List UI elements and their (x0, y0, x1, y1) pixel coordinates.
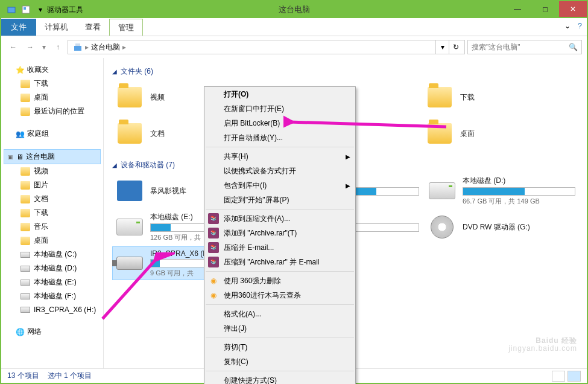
maximize-button[interactable]: ◻ (531, 1, 559, 17)
breadcrumb[interactable]: 这台电脑 (89, 42, 122, 53)
status-items: 13 个项目 (7, 371, 39, 381)
sidebar-item[interactable]: 视频 (4, 164, 101, 178)
folder-tile[interactable]: 桌面 (422, 117, 576, 150)
sidebar-favorites[interactable]: ⭐ 收藏夹 (4, 63, 101, 77)
forward-button[interactable]: → (23, 40, 37, 54)
tab-computer[interactable]: 计算机 (36, 19, 77, 36)
address-bar[interactable]: ▸ 这台电脑 ▸ ▾ ↻ (68, 40, 465, 54)
sidebar-item[interactable]: 本地磁盘 (C:) (4, 248, 101, 261)
menu-item[interactable]: 启用 BitLocker(B) (204, 116, 355, 130)
360-icon: ◉ (208, 275, 219, 286)
folder-tile[interactable]: 下载 (422, 80, 576, 114)
svg-rect-2 (24, 7, 26, 10)
ribbon-tabs: 文件 计算机 查看 管理 ⌄ ? (1, 18, 587, 36)
sidebar-item[interactable]: 文档 (4, 192, 101, 206)
sidebar-item[interactable]: 桌面 (4, 91, 101, 104)
tab-view[interactable]: 查看 (77, 19, 109, 36)
status-selected: 选中 1 个项目 (48, 371, 92, 381)
qat-dropdown-icon[interactable]: ▾ (34, 3, 47, 16)
menu-item[interactable]: 弹出(J) (204, 321, 355, 336)
rar-icon: 📚 (208, 213, 219, 224)
menu-item[interactable]: 📚压缩到 "Archive.rar" 并 E-mail (204, 255, 355, 269)
menu-item[interactable]: 打开自动播放(Y)... (204, 130, 355, 145)
ribbon-context-label: 驱动器工具 (47, 5, 83, 15)
address-dropdown-icon[interactable]: ▾ (435, 40, 449, 54)
sidebar: ⭐ 收藏夹 下载桌面最近访问的位置 👥 家庭组 ▣🖥 这台电脑 视频图片文档下载… (1, 58, 104, 368)
sidebar-homegroup[interactable]: 👥 家庭组 (4, 127, 101, 141)
360-icon: ◉ (208, 290, 219, 301)
sidebar-item[interactable]: 最近访问的位置 (4, 104, 101, 118)
sidebar-item[interactable]: 下载 (4, 77, 101, 91)
submenu-arrow-icon: ▶ (346, 182, 350, 189)
rar-icon: 📚 (208, 257, 219, 267)
rar-icon: 📚 (208, 228, 219, 238)
tab-manage[interactable]: 管理 (109, 19, 143, 36)
sidebar-item[interactable]: 本地磁盘 (F:) (4, 289, 101, 303)
sidebar-item[interactable]: 音乐 (4, 220, 101, 234)
menu-item[interactable]: 复制(C) (204, 354, 355, 369)
menu-item[interactable]: 📚添加到压缩文件(A)... (204, 211, 355, 226)
menu-item[interactable]: 共享(H)▶ (204, 149, 355, 164)
svg-rect-4 (75, 43, 80, 46)
menu-item[interactable]: 剪切(T) (204, 340, 355, 354)
sidebar-item[interactable]: 下载 (4, 206, 101, 220)
nav-row: ← → ▾ ↑ ▸ 这台电脑 ▸ ▾ ↻ 🔍 (1, 36, 587, 58)
qat-icon[interactable] (5, 3, 18, 16)
drive-tile[interactable]: 本地磁盘 (D:)66.7 GB 可用，共 149 GB (425, 174, 578, 208)
sidebar-item[interactable]: 桌面 (4, 234, 101, 248)
view-tiles-button[interactable] (567, 371, 581, 382)
menu-item[interactable]: 📚压缩并 E-mail... (204, 240, 355, 255)
sidebar-item[interactable]: 本地磁盘 (E:) (4, 275, 101, 289)
menu-item[interactable]: 包含到库中(I)▶ (204, 178, 355, 193)
help-icon[interactable]: ? (578, 22, 582, 30)
minimize-button[interactable]: — (504, 1, 531, 17)
watermark: Baidu 经验 jingyan.baidu.com (508, 337, 577, 353)
sidebar-item[interactable]: 图片 (4, 178, 101, 192)
svg-rect-3 (74, 46, 81, 51)
svg-rect-0 (8, 7, 15, 13)
search-input[interactable] (472, 43, 566, 51)
sidebar-network[interactable]: 🌐 网络 (4, 325, 101, 339)
menu-item[interactable]: 以便携式设备方式打开 (204, 164, 355, 178)
history-dropdown[interactable]: ▾ (40, 40, 48, 54)
close-button[interactable]: ✕ (559, 1, 587, 17)
window-title: 这台电脑 (279, 4, 310, 15)
titlebar: ▾ 驱动器工具 这台电脑 — ◻ ✕ (1, 1, 587, 18)
menu-item[interactable]: 在新窗口中打开(E) (204, 101, 355, 116)
section-folders[interactable]: ◢文件夹 (6) (112, 63, 578, 80)
sidebar-item[interactable]: IR3_CPRA_X6 (H:) (4, 303, 101, 316)
refresh-button[interactable]: ↻ (449, 40, 462, 54)
search-icon: 🔍 (569, 43, 578, 51)
qat-properties[interactable] (19, 3, 33, 16)
search-box[interactable]: 🔍 (467, 40, 582, 54)
view-details-button[interactable] (552, 371, 565, 382)
menu-item[interactable]: 创建快捷方式(S) (204, 373, 355, 384)
tab-file[interactable]: 文件 (1, 19, 36, 36)
sidebar-thispc[interactable]: ▣🖥 这台电脑 (4, 149, 101, 164)
drive-tile[interactable]: DVD RW 驱动器 (G:) (425, 210, 578, 244)
menu-item[interactable]: 打开(O) (204, 87, 355, 101)
sidebar-item[interactable]: 本地磁盘 (D:) (4, 261, 101, 275)
ribbon-expand-icon[interactable]: ⌄ (564, 22, 571, 30)
menu-item[interactable]: ◉使用360进行木马云查杀 (204, 288, 355, 302)
rar-icon: 📚 (208, 242, 219, 253)
menu-item[interactable]: 📚添加到 "Archive.rar"(T) (204, 226, 355, 240)
menu-item[interactable]: 固定到"开始"屏幕(P) (204, 193, 355, 207)
up-button[interactable]: ↑ (51, 40, 65, 54)
menu-item[interactable]: ◉使用 360强力删除 (204, 274, 355, 288)
back-button[interactable]: ← (6, 40, 21, 54)
menu-item[interactable]: 格式化(A)... (204, 307, 355, 321)
context-menu: 打开(O)在新窗口中打开(E)启用 BitLocker(B)打开自动播放(Y).… (204, 86, 356, 384)
submenu-arrow-icon: ▶ (346, 153, 350, 160)
